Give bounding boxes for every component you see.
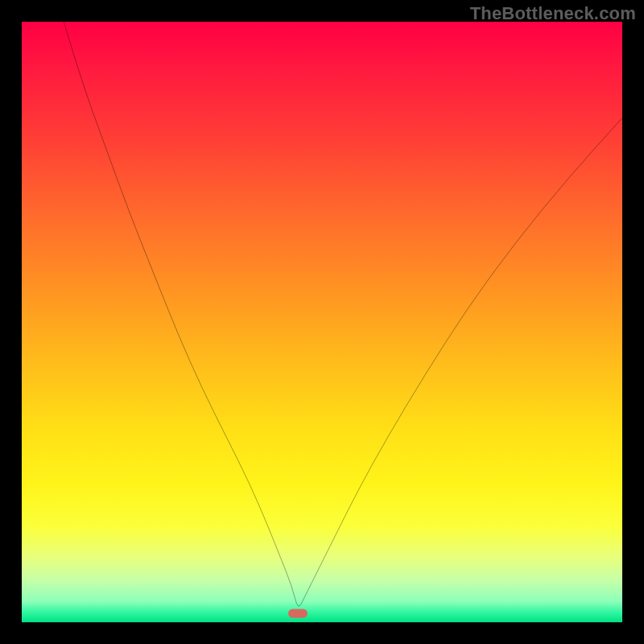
bottleneck-curve xyxy=(22,22,622,622)
optimal-marker xyxy=(288,609,308,617)
curve-path xyxy=(64,22,622,606)
plot-area xyxy=(22,22,622,622)
chart-frame: TheBottleneck.com xyxy=(0,0,644,644)
watermark-text: TheBottleneck.com xyxy=(470,3,636,24)
